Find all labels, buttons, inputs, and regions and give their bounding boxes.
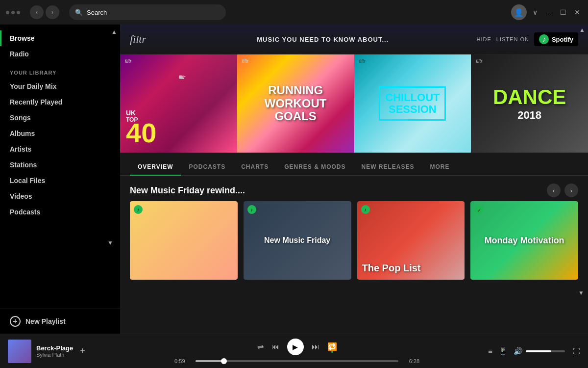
search-bar[interactable]: 🔍 <box>69 4 226 20</box>
volume-icon[interactable]: 🔊 <box>514 347 523 356</box>
featured-running[interactable]: filtr RUNNINGWORKOUTGOALS <box>237 54 354 153</box>
sidebar-item-songs[interactable]: Songs <box>0 110 120 126</box>
new-playlist-label: New Playlist <box>25 317 66 325</box>
section-next-button[interactable]: › <box>564 184 578 197</box>
fullscreen-button[interactable]: ⛶ <box>573 347 580 355</box>
progress-fill <box>196 360 224 362</box>
queue-button[interactable]: ≡ <box>488 347 492 355</box>
shuffle-button[interactable]: ⇌ <box>257 342 264 351</box>
featured-logo-3: filtr <box>359 58 366 64</box>
sidebar-item-stations[interactable]: Stations <box>0 157 120 173</box>
player-controls: ⇌ ⏮ ▶ ⏭ 🔁 0:59 6:28 <box>114 339 480 364</box>
window-dots <box>6 11 20 14</box>
previous-button[interactable]: ⏮ <box>271 342 279 351</box>
sidebar-scroll: ▲ Browse Radio YOUR LIBRARY Your Daily M… <box>0 25 120 309</box>
card-4[interactable]: ♪ Monday Motivation <box>470 201 578 280</box>
listen-on-label: LISTEN ON <box>496 36 529 42</box>
sidebar-item-browse[interactable]: Browse <box>0 30 120 46</box>
tab-more[interactable]: MORE <box>422 158 458 175</box>
featured-uk-top-40[interactable]: filtr filtr UK TOP 40 <box>120 54 237 153</box>
featured-dance-text: DANCE <box>493 85 566 109</box>
volume-control: 🔊 <box>514 347 565 356</box>
track-artist: Sylvia Plath <box>36 352 73 358</box>
main-content: ▲ filtr MUSIC YOU NEED TO KNOW ABOUT... … <box>120 25 588 334</box>
progress-thumb <box>221 358 227 364</box>
featured-logo-2: filtr <box>242 58 248 64</box>
tab-podcasts[interactable]: PODCASTS <box>181 158 233 175</box>
control-buttons: ⇌ ⏮ ▶ ⏭ 🔁 <box>257 339 337 355</box>
featured-chillout[interactable]: filtr CHILLOUTSESSION <box>354 54 471 153</box>
add-to-library-button[interactable]: + <box>80 346 85 356</box>
devices-button[interactable]: 📱 <box>498 347 508 356</box>
sidebar: ▲ Browse Radio YOUR LIBRARY Your Daily M… <box>0 25 120 334</box>
featured-logo-4: filtr <box>476 58 482 64</box>
main-scroll-bottom-icon[interactable]: ▼ <box>120 288 588 298</box>
total-time: 6:28 <box>402 358 419 364</box>
featured-dance-year: 2018 <box>517 109 541 122</box>
now-playing-info: Berck-Plage Sylvia Plath + <box>8 340 106 363</box>
sidebar-item-daily-mix[interactable]: Your Daily Mix <box>0 79 120 94</box>
section-header: New Music Friday rewind.... ‹ › <box>120 176 588 201</box>
sidebar-item-podcasts[interactable]: Podcasts <box>0 204 120 220</box>
sidebar-item-radio[interactable]: Radio <box>0 46 120 62</box>
close-button[interactable]: ✕ <box>572 6 582 18</box>
title-bar: ‹ › 🔍 👤 ∨ — ☐ ✕ <box>0 0 588 25</box>
tab-overview[interactable]: OVERVIEW <box>130 158 181 175</box>
tab-genres-moods[interactable]: GENRES & MOODS <box>276 158 353 175</box>
library-section-label: YOUR LIBRARY <box>0 62 120 79</box>
volume-track[interactable] <box>526 350 565 352</box>
featured-dance[interactable]: filtr DANCE 2018 <box>471 54 588 153</box>
next-button[interactable]: ⏭ <box>312 342 319 351</box>
featured-chillout-text: CHILLOUTSESSION <box>379 86 446 121</box>
maximize-button[interactable]: ☐ <box>558 6 568 18</box>
hide-button[interactable]: HIDE <box>477 36 491 42</box>
progress-track[interactable] <box>196 360 398 362</box>
banner-right: HIDE LISTEN ON ♪ Spotify <box>477 32 578 46</box>
featured-row: filtr filtr UK TOP 40 filtr RUNNINGWORKO… <box>120 54 588 153</box>
spotify-logo-small-4: ♪ <box>474 205 483 214</box>
tab-new-releases[interactable]: NEW RELEASES <box>354 158 422 175</box>
back-button[interactable]: ‹ <box>30 5 44 19</box>
sidebar-item-artists[interactable]: Artists <box>0 141 120 157</box>
repeat-button[interactable]: 🔁 <box>327 342 337 351</box>
nav-arrows: ‹ › <box>30 5 59 19</box>
section-nav: ‹ › <box>547 184 578 197</box>
card-3[interactable]: ♪ The Pop List <box>357 201 465 280</box>
main-scroll-top-icon[interactable]: ▲ <box>576 25 588 35</box>
card-2[interactable]: ♪ New Music Friday <box>244 201 351 280</box>
album-thumb-image <box>8 340 31 363</box>
spotify-wordmark: Spotify <box>552 36 573 43</box>
progress-bar: 0:59 6:28 <box>174 358 419 364</box>
sidebar-item-videos[interactable]: Videos <box>0 188 120 204</box>
sidebar-item-local-files[interactable]: Local Files <box>0 173 120 188</box>
minimize-button[interactable]: — <box>543 6 554 18</box>
search-input[interactable] <box>87 9 220 16</box>
dot-1 <box>6 11 9 14</box>
search-icon: 🔍 <box>75 9 83 16</box>
spotify-icon: ♪ <box>539 34 549 44</box>
featured-uk-label: UK <box>126 109 136 116</box>
user-icon[interactable]: 👤 <box>511 4 527 20</box>
new-playlist-button[interactable]: + New Playlist <box>0 309 120 334</box>
app-body: ▲ Browse Radio YOUR LIBRARY Your Daily M… <box>0 25 588 334</box>
tabs-row: OVERVIEW PODCASTS CHARTS GENRES & MOODS … <box>120 158 588 176</box>
sidebar-item-recently-played[interactable]: Recently Played <box>0 94 120 110</box>
card-1[interactable]: ♪ <box>130 201 238 280</box>
banner-tagline: MUSIC YOU NEED TO KNOW ABOUT... <box>177 36 469 43</box>
section-title: New Music Friday rewind.... <box>130 185 245 196</box>
right-controls: ≡ 📱 🔊 ⛶ <box>488 347 580 356</box>
spotify-badge[interactable]: ♪ Spotify <box>534 32 578 46</box>
tab-charts[interactable]: CHARTS <box>233 158 276 175</box>
chevron-down-icon[interactable]: ∨ <box>533 8 538 16</box>
forward-button[interactable]: › <box>46 5 59 19</box>
sidebar-item-albums[interactable]: Albums <box>0 126 120 141</box>
scroll-down-icon[interactable]: ▼ <box>0 239 117 246</box>
play-pause-button[interactable]: ▶ <box>287 339 304 355</box>
spotify-logo-small-2: ♪ <box>247 205 256 214</box>
featured-40-label: 40 <box>126 119 156 147</box>
section-prev-button[interactable]: ‹ <box>547 184 561 197</box>
banner-logo: filtr <box>130 33 169 46</box>
current-time: 0:59 <box>174 358 192 364</box>
card-2-title: New Music Friday <box>264 236 330 245</box>
title-bar-right: 👤 ∨ — ☐ ✕ <box>511 4 582 20</box>
